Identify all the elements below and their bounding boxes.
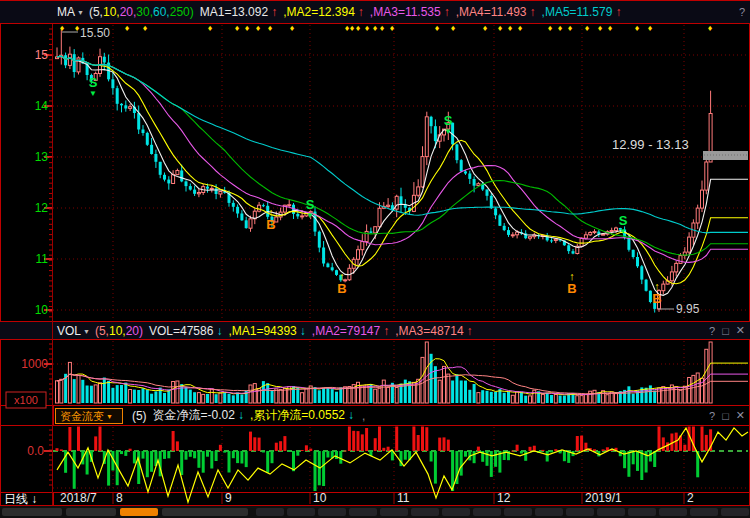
- header-left-gutter: [0, 322, 57, 339]
- stock-chart-window: MA▼ (5,10,20,30,60,250) MA1=13.092↑,MA2=…: [0, 0, 750, 518]
- indicator-param: 30,: [136, 5, 153, 19]
- indicator-value: MA1=94393: [232, 324, 297, 338]
- date-label: 2: [687, 491, 694, 505]
- scrollbar-segment[interactable]: [566, 508, 594, 516]
- moneyflow-pane[interactable]: [0, 425, 750, 492]
- header-left-gutter: [0, 406, 55, 425]
- scrollbar-segment[interactable]: [349, 508, 377, 516]
- indicator-value: 资金净流=-0.02: [153, 407, 235, 424]
- pane-divider: [0, 425, 750, 426]
- trend-up-arrow-icon: ↑: [530, 5, 536, 19]
- chevron-down-icon: ▼: [83, 328, 90, 335]
- scrollbar-segment[interactable]: [318, 508, 346, 516]
- indicator-param: 250): [170, 5, 194, 19]
- indicator-param: (5,: [89, 5, 103, 19]
- trend-down-arrow-icon: ↓: [348, 408, 354, 422]
- trend-up-arrow-icon: ↑: [444, 5, 450, 19]
- indicator-param: 60,: [153, 5, 170, 19]
- indicator-label: MA: [57, 5, 75, 19]
- scrollbar-segment[interactable]: [535, 508, 563, 516]
- main-header-icons: ?: [739, 1, 745, 23]
- indicator-value: MA3=48714: [399, 324, 464, 338]
- flow-tail: ,: [362, 409, 365, 423]
- indicator-label: 资金流变: [60, 410, 104, 422]
- indicator-param: 10,: [103, 5, 120, 19]
- moneyflow-indicator-header: 资金流变▼ (5) 资金净流=-0.02↓,累计净流=0.0552↓ , ?□✕: [0, 406, 750, 425]
- maximize-icon[interactable]: □: [722, 410, 729, 422]
- flow-header-icons: ?□✕: [709, 406, 745, 425]
- scrollbar-segment[interactable]: [721, 508, 749, 516]
- scrollbar-segment[interactable]: [162, 508, 248, 516]
- ma-values: MA1=13.092↑,MA2=12.394↑,MA3=11.535↑,MA4=…: [200, 5, 628, 19]
- header-left-gutter: [0, 1, 57, 23]
- scrollbar-segment[interactable]: [287, 508, 315, 516]
- date-label: 11: [397, 491, 409, 505]
- scrollbar-segment[interactable]: [659, 508, 687, 516]
- flow-values: 资金净流=-0.02↓,累计净流=0.0552↓: [153, 407, 360, 424]
- chevron-down-icon: ▼: [77, 9, 84, 16]
- trend-up-arrow-icon: ↑: [358, 5, 364, 19]
- indicator-value: MA3=11.535: [373, 5, 441, 19]
- pane-divider: [0, 339, 750, 340]
- trend-down-arrow-icon: ↓: [216, 324, 222, 338]
- scrollbar-segment[interactable]: [690, 508, 718, 516]
- vol-params: (5,10,20): [95, 324, 143, 338]
- horizontal-scrollbar[interactable]: [0, 506, 750, 518]
- indicator-selector-ma[interactable]: MA▼: [57, 5, 89, 19]
- indicator-param: 10,: [109, 324, 126, 338]
- indicator-value: 累计净流=0.0552: [253, 407, 345, 424]
- volume-pane[interactable]: [0, 340, 750, 405]
- scrollbar-segment[interactable]: [628, 508, 656, 516]
- date-label: 8: [116, 491, 123, 505]
- trend-up-arrow-icon: ↑: [467, 324, 473, 338]
- scrollbar-segment[interactable]: [504, 508, 532, 516]
- indicator-selector-moneyflow[interactable]: 资金流变▼: [55, 408, 123, 424]
- scrollbar-thumb[interactable]: [120, 508, 158, 516]
- date-label: 2018/7: [60, 491, 97, 505]
- indicator-value: MA4=11.493: [459, 5, 527, 19]
- date-axis-bar: 日线 ↓ 2018/7891011122019/12: [0, 492, 750, 505]
- scrollbar-segment[interactable]: [473, 508, 501, 516]
- vol-header-icons: ?□✕: [709, 322, 745, 339]
- main-chart-pane[interactable]: [0, 24, 750, 321]
- indicator-value: MA1=13.092: [200, 5, 268, 19]
- trend-down-arrow-icon: ↓: [300, 324, 306, 338]
- date-label: 9: [225, 491, 232, 505]
- indicator-param: 20,: [120, 5, 137, 19]
- vol-values: VOL=47586↓,MA1=94393↓,MA2=79147↑,MA3=487…: [149, 324, 479, 338]
- volume-indicator-header: VOL▼ (5,10,20) VOL=47586↓,MA1=94393↓,MA2…: [0, 322, 750, 339]
- scrollbar-segment[interactable]: [442, 508, 470, 516]
- scrollbar-segment[interactable]: [380, 508, 408, 516]
- trend-up-arrow-icon: ↑: [615, 5, 621, 19]
- indicator-selector-vol[interactable]: VOL▼: [57, 324, 95, 338]
- indicator-value: VOL=47586: [149, 324, 213, 338]
- close-icon[interactable]: ✕: [736, 324, 745, 337]
- scrollbar-segment[interactable]: [597, 508, 625, 516]
- scrollbar-segment[interactable]: [411, 508, 439, 516]
- flow-param: (5): [132, 409, 147, 423]
- date-label: 2019/1: [585, 491, 622, 505]
- indicator-value: MA2=12.394: [286, 5, 354, 19]
- main-indicator-header: MA▼ (5,10,20,30,60,250) MA1=13.092↑,MA2=…: [0, 1, 750, 23]
- window-border: [0, 0, 1, 518]
- date-label: 12: [497, 491, 510, 505]
- pane-divider: [0, 23, 750, 24]
- trend-down-arrow-icon: ↓: [238, 408, 244, 422]
- period-dropdown-arrow-icon: ↓: [31, 492, 37, 506]
- close-icon[interactable]: ✕: [736, 409, 745, 422]
- scrollbar-segment[interactable]: [256, 508, 284, 516]
- indicator-value: MA5=11.579: [545, 5, 613, 19]
- chevron-down-icon: ▼: [106, 413, 113, 420]
- trend-up-arrow-icon: ↑: [383, 324, 389, 338]
- trend-up-arrow-icon: ↑: [271, 5, 277, 19]
- period-label: 日线: [4, 492, 28, 506]
- maximize-icon[interactable]: □: [722, 325, 729, 337]
- ma-params: (5,10,20,30,60,250): [89, 5, 194, 19]
- help-icon[interactable]: ?: [709, 325, 715, 337]
- scrollbar-segment[interactable]: [2, 508, 62, 516]
- help-icon[interactable]: ?: [739, 6, 745, 18]
- scrollbar-segment[interactable]: [66, 508, 116, 516]
- date-label: 10: [313, 491, 326, 505]
- help-icon[interactable]: ?: [709, 410, 715, 422]
- indicator-param: (5,: [95, 324, 109, 338]
